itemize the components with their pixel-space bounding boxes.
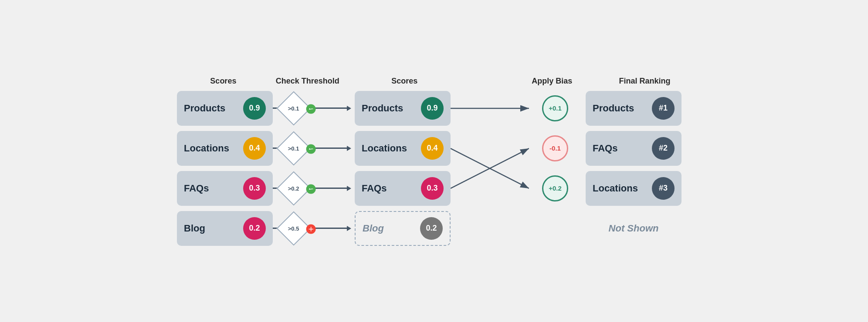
after-box-blog: Blog 0.2 bbox=[355, 211, 451, 246]
rank-circle-1: #1 bbox=[652, 97, 675, 120]
header-apply-bias: Apply Bias bbox=[518, 77, 586, 86]
headers-row: Scores Check Threshold Scores Apply Bias… bbox=[177, 77, 691, 86]
check-pass-2: ✓ bbox=[304, 142, 318, 155]
bias-circle-positive-1: +0.1 bbox=[542, 95, 568, 121]
diamond-1: >0.1 ✓ bbox=[276, 91, 311, 125]
after-circle-blog: 0.2 bbox=[420, 217, 443, 240]
after-box-products: Products 0.9 bbox=[355, 91, 451, 126]
final-label-locations: Locations bbox=[593, 183, 638, 194]
score-box-faqs: FAQs 0.3 bbox=[177, 171, 273, 206]
threshold-connector-3: >0.2 ✓ bbox=[273, 176, 351, 201]
final-label-products: Products bbox=[593, 103, 634, 114]
score-box-products: Products 0.9 bbox=[177, 91, 273, 126]
threshold-connector-4: >0.5 ✕ bbox=[273, 216, 351, 241]
after-circle-locations: 0.4 bbox=[421, 137, 444, 160]
diagram: Scores Check Threshold Scores Apply Bias… bbox=[173, 68, 695, 255]
bias-row-3: +0.2 bbox=[529, 171, 581, 206]
not-shown-label: Not Shown bbox=[609, 223, 659, 234]
rank-circle-2: #2 bbox=[652, 137, 675, 160]
final-box-faqs: FAQs #2 bbox=[586, 131, 682, 166]
final-label-faqs: FAQs bbox=[593, 143, 617, 154]
cross-arrows-area bbox=[451, 91, 529, 246]
threshold-connector-2: >0.1 ✓ bbox=[273, 136, 351, 161]
arrow-2 bbox=[347, 146, 351, 151]
bias-row-2: -0.1 bbox=[529, 131, 581, 166]
bias-column: +0.1 -0.1 +0.2 bbox=[529, 91, 581, 246]
after-circle-faqs: 0.3 bbox=[421, 177, 444, 200]
bias-circle-negative-1: -0.1 bbox=[542, 135, 568, 161]
rank-circle-3: #3 bbox=[652, 177, 675, 200]
threshold-row-1: >0.1 ✓ bbox=[273, 91, 351, 126]
diamond-3: >0.2 ✓ bbox=[276, 171, 311, 205]
threshold-row-2: >0.1 ✓ bbox=[273, 131, 351, 166]
score-circle-products: 0.9 bbox=[243, 97, 266, 120]
score-box-blog: Blog 0.2 bbox=[177, 211, 273, 246]
score-label-blog: Blog bbox=[184, 223, 205, 234]
bias-row-1: +0.1 bbox=[529, 91, 581, 126]
cross-arrows-svg bbox=[451, 91, 529, 246]
after-threshold-column: Products 0.9 Locations 0.4 FAQs 0.3 Blog bbox=[355, 91, 451, 246]
final-ranking-column: Products #1 FAQs #2 Locations #3 Not Sho… bbox=[586, 91, 682, 246]
score-circle-blog: 0.2 bbox=[243, 217, 266, 240]
diamond-2: >0.1 ✓ bbox=[276, 131, 311, 165]
bias-circle-positive-2: +0.2 bbox=[542, 175, 568, 201]
threshold-connector-1: >0.1 ✓ bbox=[273, 96, 351, 121]
score-circle-locations: 0.4 bbox=[243, 137, 266, 160]
after-circle-products: 0.9 bbox=[421, 97, 444, 120]
after-label-products: Products bbox=[362, 103, 403, 114]
arrow-3 bbox=[347, 186, 351, 191]
arrow-1 bbox=[347, 106, 351, 111]
check-pass-3: ✓ bbox=[304, 182, 318, 195]
after-label-faqs: FAQs bbox=[362, 183, 387, 194]
not-shown-row: Not Shown bbox=[586, 211, 682, 246]
header-threshold: Check Threshold bbox=[270, 77, 346, 86]
score-box-locations: Locations 0.4 bbox=[177, 131, 273, 166]
diamond-4: >0.5 ✕ bbox=[276, 211, 311, 245]
header-scores2: Scores bbox=[358, 77, 451, 86]
threshold-row-4: >0.5 ✕ bbox=[273, 211, 351, 246]
header-scores: Scores bbox=[177, 77, 270, 86]
score-circle-faqs: 0.3 bbox=[243, 177, 266, 200]
score-label-faqs: FAQs bbox=[184, 183, 209, 194]
check-fail-4: ✕ bbox=[304, 222, 318, 235]
after-box-faqs: FAQs 0.3 bbox=[355, 171, 451, 206]
after-label-locations: Locations bbox=[362, 143, 407, 154]
header-final-ranking: Final Ranking bbox=[598, 77, 691, 86]
scores-column: Products 0.9 Locations 0.4 FAQs 0.3 bbox=[177, 91, 273, 246]
threshold-row-3: >0.2 ✓ bbox=[273, 171, 351, 206]
score-label-locations: Locations bbox=[184, 143, 229, 154]
score-label-products: Products bbox=[184, 103, 225, 114]
after-label-blog: Blog bbox=[363, 223, 384, 234]
final-box-locations: Locations #3 bbox=[586, 171, 682, 206]
threshold-column: >0.1 ✓ >0.1 ✓ bbox=[273, 91, 351, 246]
check-pass-1: ✓ bbox=[304, 102, 318, 115]
bias-row-4-empty bbox=[529, 211, 581, 246]
final-box-products: Products #1 bbox=[586, 91, 682, 126]
after-box-locations: Locations 0.4 bbox=[355, 131, 451, 166]
arrow-4 bbox=[347, 226, 351, 231]
